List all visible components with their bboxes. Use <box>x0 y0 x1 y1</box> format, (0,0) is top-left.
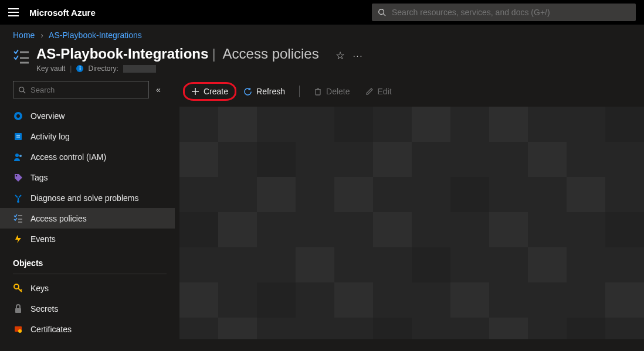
activity-log-icon <box>13 132 23 141</box>
svg-point-5 <box>19 87 24 91</box>
hamburger-menu-icon[interactable] <box>8 8 19 16</box>
main-pane: Create Refresh Delete Edit <box>175 81 644 339</box>
content-area-redacted <box>179 107 644 339</box>
sidebar-item-diagnose[interactable]: Diagnose and solve problems <box>0 188 175 208</box>
svg-rect-27 <box>316 90 320 95</box>
collapse-sidebar-icon[interactable]: « <box>156 85 161 94</box>
svg-point-12 <box>15 154 19 157</box>
iam-icon <box>13 152 23 162</box>
command-bar: Create Refresh Delete Edit <box>175 81 644 102</box>
sidebar-search-input[interactable] <box>30 86 144 94</box>
directory-value-redacted <box>123 65 156 73</box>
breadcrumb-home[interactable]: Home <box>13 30 35 40</box>
breadcrumb-separator: › <box>40 30 43 40</box>
resource-name: AS-Playbook-Integrations <box>36 46 208 62</box>
global-search[interactable] <box>372 4 636 21</box>
checklist-icon <box>13 49 29 64</box>
edit-button[interactable]: Edit <box>360 84 398 98</box>
sidebar-section-objects: Objects <box>13 249 175 271</box>
diagnose-icon <box>13 193 23 203</box>
button-label: Edit <box>378 87 392 96</box>
svg-rect-9 <box>15 133 22 140</box>
svg-line-6 <box>23 91 25 93</box>
svg-point-15 <box>17 200 19 203</box>
svg-rect-22 <box>15 308 21 313</box>
svg-point-14 <box>16 175 18 176</box>
sidebar-item-activity-log[interactable]: Activity log <box>0 126 175 146</box>
pixelation-overlay <box>179 107 644 339</box>
breadcrumb: Home › AS-Playbook-Integrations <box>0 25 644 43</box>
search-icon <box>378 8 386 16</box>
create-button[interactable]: Create <box>185 84 234 98</box>
page-title: AS-Playbook-Integrations | Access polici… <box>36 46 319 62</box>
sidebar-item-access-policies[interactable]: Access policies <box>0 208 175 229</box>
brand-label[interactable]: Microsoft Azure <box>29 8 96 18</box>
access-policies-icon <box>13 214 23 223</box>
svg-point-19 <box>14 284 19 289</box>
sidebar-item-label: Keys <box>30 284 49 293</box>
secrets-icon <box>13 304 23 313</box>
refresh-icon <box>243 87 252 96</box>
sidebar-item-label: Overview <box>30 111 65 121</box>
resource-sidebar: « Overview Activity log Access control (… <box>0 81 175 339</box>
sidebar-item-certificates[interactable]: Certificates <box>0 319 175 339</box>
svg-line-21 <box>21 289 22 291</box>
section-divider <box>13 274 167 274</box>
sidebar-item-tags[interactable]: Tags <box>0 167 175 188</box>
keys-icon <box>13 284 23 293</box>
search-icon <box>18 86 26 94</box>
more-actions-icon[interactable]: ··· <box>353 51 364 60</box>
resource-header: AS-Playbook-Integrations | Access polici… <box>0 43 644 73</box>
section-name: Access policies <box>223 46 319 62</box>
sidebar-item-label: Events <box>30 234 56 244</box>
sidebar-item-label: Activity log <box>30 132 70 141</box>
delete-button[interactable]: Delete <box>308 84 355 98</box>
plus-icon <box>191 87 199 96</box>
sidebar-item-events[interactable]: Events <box>0 229 175 249</box>
events-icon <box>13 234 23 244</box>
svg-point-0 <box>379 9 384 15</box>
button-label: Refresh <box>256 87 285 96</box>
svg-line-1 <box>384 14 386 16</box>
overview-icon <box>13 111 23 121</box>
svg-point-13 <box>19 155 22 157</box>
sidebar-item-label: Secrets <box>30 304 58 313</box>
sidebar-item-keys[interactable]: Keys <box>0 278 175 298</box>
svg-point-8 <box>16 114 20 118</box>
certificates-icon <box>13 325 23 334</box>
sidebar-item-label: Access control (IAM) <box>30 152 106 162</box>
button-label: Delete <box>326 87 350 96</box>
global-topbar: Microsoft Azure <box>0 0 644 25</box>
trash-icon <box>314 87 322 96</box>
sidebar-search[interactable] <box>13 81 149 98</box>
sidebar-item-label: Tags <box>30 173 48 182</box>
resource-type: Key vault <box>36 64 65 73</box>
sidebar-item-label: Access policies <box>30 214 87 223</box>
resource-meta: Key vault | i Directory: <box>36 64 319 73</box>
sidebar-item-access-control[interactable]: Access control (IAM) <box>0 146 175 167</box>
refresh-button[interactable]: Refresh <box>238 84 291 98</box>
directory-label: Directory: <box>88 64 118 73</box>
sidebar-item-label: Certificates <box>30 325 72 334</box>
button-label: Create <box>204 87 228 96</box>
sidebar-item-secrets[interactable]: Secrets <box>0 298 175 319</box>
pencil-icon <box>365 87 374 96</box>
svg-point-24 <box>18 329 22 333</box>
toolbar-separator <box>299 86 300 97</box>
global-search-input[interactable] <box>392 8 630 17</box>
favorite-star-icon[interactable]: ☆ <box>335 49 345 62</box>
sidebar-item-overview[interactable]: Overview <box>0 105 175 126</box>
tags-icon <box>13 173 23 182</box>
breadcrumb-current[interactable]: AS-Playbook-Integrations <box>49 30 142 40</box>
sidebar-item-label: Diagnose and solve problems <box>30 193 138 203</box>
info-icon[interactable]: i <box>76 65 83 72</box>
